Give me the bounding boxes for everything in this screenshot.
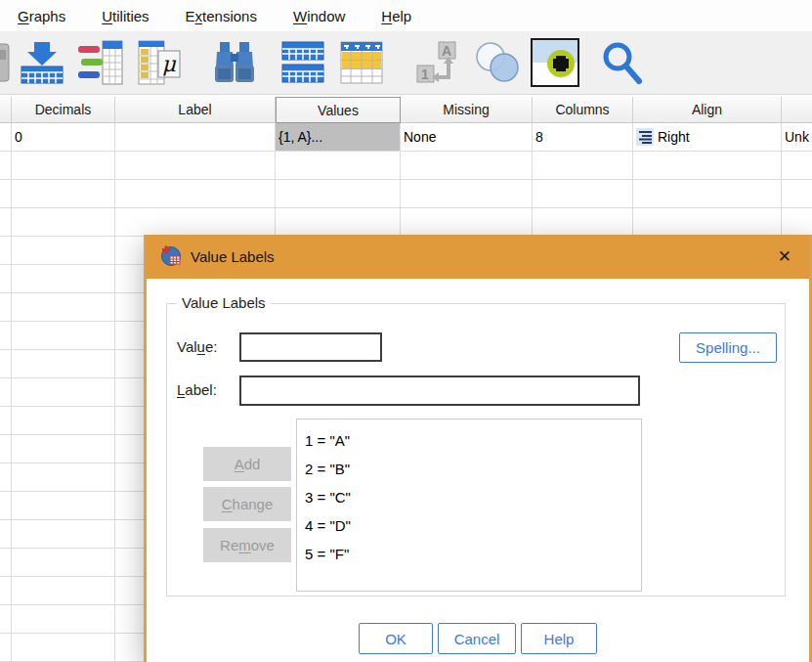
select-cases-icon[interactable]: [339, 40, 384, 85]
variables-icon[interactable]: [78, 40, 123, 85]
grid-cell[interactable]: [276, 180, 401, 208]
grid-cell[interactable]: [401, 180, 533, 208]
grid-cell[interactable]: [0, 634, 12, 662]
grid-cell[interactable]: [115, 123, 276, 152]
grid-cell[interactable]: 0: [12, 123, 115, 152]
menu-utilities[interactable]: Utilities: [102, 8, 149, 24]
grid-cell[interactable]: [12, 492, 115, 520]
grid-cell[interactable]: [12, 407, 115, 435]
grid-cell[interactable]: [401, 208, 533, 237]
variable-sets-icon[interactable]: [474, 40, 519, 85]
grid-cell[interactable]: [12, 265, 115, 293]
grid-cell[interactable]: [401, 152, 533, 180]
grid-cell[interactable]: Right: [633, 123, 782, 152]
grid-cell[interactable]: [12, 180, 115, 208]
grid-cell[interactable]: [12, 520, 115, 549]
close-icon[interactable]: ✕: [774, 246, 795, 267]
grid-cell[interactable]: Unk: [782, 123, 812, 152]
grid-cell[interactable]: [533, 152, 633, 180]
descriptives-icon[interactable]: μ: [137, 40, 182, 85]
search-icon[interactable]: [598, 40, 643, 85]
menu-help[interactable]: Help: [381, 8, 411, 24]
grid-cell[interactable]: 8: [533, 123, 633, 152]
grid-cell[interactable]: [0, 293, 12, 322]
grid-cell[interactable]: [782, 180, 812, 208]
grid-cell[interactable]: {1, A}...: [276, 123, 401, 152]
grid-cell[interactable]: [12, 435, 115, 463]
grid-cell[interactable]: [12, 208, 115, 237]
grid-cell[interactable]: [12, 152, 115, 180]
cancel-button[interactable]: Cancel: [438, 623, 516, 654]
grid-cell[interactable]: [633, 152, 782, 180]
grid-cell[interactable]: [0, 577, 12, 605]
remove-button[interactable]: Remove: [203, 528, 291, 562]
spelling-button[interactable]: Spelling...: [679, 332, 777, 363]
grid-cell[interactable]: [12, 293, 115, 322]
grid-cell[interactable]: [0, 463, 12, 492]
value-label-list-item[interactable]: 3 = "C": [305, 483, 641, 511]
grid-cell[interactable]: [0, 208, 12, 237]
find-icon[interactable]: [212, 40, 257, 85]
grid-cell[interactable]: [0, 549, 12, 577]
grid-cell[interactable]: [12, 322, 115, 350]
column-header-align[interactable]: Align: [633, 97, 782, 123]
column-header-partial[interactable]: [0, 97, 12, 123]
grid-cell[interactable]: [12, 634, 115, 662]
grid-cell[interactable]: [12, 549, 115, 577]
grid-cell[interactable]: [115, 208, 276, 237]
grid-cell[interactable]: None: [401, 123, 533, 152]
change-button[interactable]: Change: [203, 487, 291, 521]
grid-cell[interactable]: [276, 152, 401, 180]
column-header-columns[interactable]: Columns: [533, 97, 633, 123]
grid-cell[interactable]: [0, 492, 12, 520]
grid-cell[interactable]: [0, 180, 12, 208]
value-label-list-item[interactable]: 5 = "F": [305, 540, 641, 568]
grid-cell[interactable]: [276, 208, 401, 237]
grid-cell[interactable]: [12, 378, 115, 407]
column-header-label[interactable]: Label: [115, 97, 276, 123]
column-header-values[interactable]: Values: [276, 97, 401, 123]
grid-cell[interactable]: [782, 208, 812, 237]
grid-cell[interactable]: [782, 152, 812, 180]
grid-cell[interactable]: [0, 152, 12, 180]
grid-cell[interactable]: [0, 407, 12, 435]
menu-graphs[interactable]: Graphs: [18, 8, 65, 24]
grid-cell[interactable]: [533, 180, 633, 208]
grid-cell[interactable]: [0, 350, 12, 378]
value-input[interactable]: [239, 332, 382, 362]
grid-cell[interactable]: [0, 378, 12, 407]
grid-cell[interactable]: [0, 322, 12, 350]
grid-cell[interactable]: [12, 463, 115, 492]
grid-cell[interactable]: [0, 435, 12, 463]
insert-cases-icon[interactable]: [20, 40, 64, 85]
grid-cell[interactable]: [115, 180, 276, 208]
ok-button[interactable]: OK: [359, 623, 433, 654]
column-header-missing[interactable]: Missing: [401, 97, 533, 123]
help-button[interactable]: Help: [521, 623, 597, 654]
grid-cell[interactable]: [12, 350, 115, 378]
grid-cell[interactable]: [633, 180, 782, 208]
grid-cell[interactable]: [0, 520, 12, 549]
menu-window[interactable]: Window: [293, 8, 345, 24]
grid-cell[interactable]: [12, 577, 115, 605]
grid-cell[interactable]: [0, 265, 12, 293]
grid-cell[interactable]: [633, 208, 782, 237]
value-label-list-item[interactable]: 2 = "B": [305, 455, 641, 483]
value-label-list-item[interactable]: 1 = "A": [305, 426, 641, 455]
grid-cell[interactable]: [12, 605, 115, 634]
grid-cell[interactable]: [0, 237, 12, 265]
value-labels-toggle-icon[interactable]: A 1: [415, 40, 460, 85]
grid-cell[interactable]: [0, 123, 12, 152]
add-button[interactable]: Add: [203, 447, 291, 481]
grid-cell[interactable]: [533, 208, 633, 237]
grid-cell[interactable]: [12, 237, 115, 265]
dialog-titlebar[interactable]: Value Labels ✕: [147, 235, 809, 279]
label-input[interactable]: [239, 375, 640, 406]
column-header-decimals[interactable]: Decimals: [12, 97, 115, 123]
grid-cell[interactable]: [0, 605, 12, 634]
column-header-partial[interactable]: [782, 97, 812, 123]
grid-cell[interactable]: [115, 152, 276, 180]
menu-extensions[interactable]: Extensions: [186, 8, 257, 24]
value-labels-listbox[interactable]: 1 = "A"2 = "B"3 = "C"4 = "D"5 = "F": [296, 419, 642, 592]
show-all-variables-icon[interactable]: [531, 38, 579, 87]
